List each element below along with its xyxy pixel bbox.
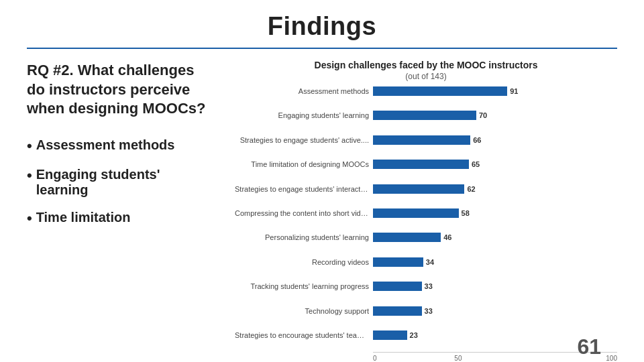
rq-text: RQ #2. What challenges do instructors pe… (27, 61, 215, 119)
bar-fill (373, 208, 459, 218)
bar-row: Personalizing students' learning46 (235, 233, 617, 242)
bar-value: 65 (472, 160, 480, 168)
bar-value: 58 (462, 209, 470, 217)
bar-row: Strategies to engage students' active...… (235, 135, 617, 145)
bullet-item: Time limitation (27, 210, 215, 227)
right-panel: Design challenges faced by the MOOC inst… (235, 58, 617, 362)
bar-track: 33 (373, 306, 617, 316)
bar-label: Personalizing students' learning (235, 233, 369, 241)
chart-subtitle: (out of 143) (235, 72, 617, 81)
x-tick: 0 (373, 355, 454, 362)
bar-label: Engaging students' learning (235, 111, 369, 119)
bar-label: Compressing the content into short video… (235, 209, 369, 217)
bar-fill (373, 86, 507, 96)
content-area: RQ #2. What challenges do instructors pe… (27, 58, 617, 362)
bar-fill (373, 282, 422, 291)
bar-row: Technology support33 (235, 306, 617, 316)
bar-label: Tracking students' learning progress (235, 282, 369, 290)
bar-row: Compressing the content into short video… (235, 208, 617, 218)
bar-track: 58 (373, 208, 617, 218)
bar-fill (373, 233, 441, 242)
bar-fill (373, 257, 423, 267)
bar-value: 34 (426, 258, 434, 266)
bar-label: Technology support (235, 307, 369, 315)
bar-track: 66 (373, 135, 617, 145)
bar-track: 33 (373, 282, 617, 291)
left-panel: RQ #2. What challenges do instructors pe… (27, 58, 215, 362)
bar-track: 91 (373, 86, 617, 96)
bar-label: Strategies to encourage students' team..… (235, 331, 369, 339)
bar-fill (373, 306, 422, 316)
bar-fill (373, 160, 469, 169)
header: Findings (27, 0, 617, 48)
x-tick: 50 (454, 355, 535, 362)
bar-row: Assessment methods91 (235, 86, 617, 96)
bar-row: Engaging students' learning70 (235, 111, 617, 120)
bar-label: Strategies to engage students' interacti… (235, 185, 369, 193)
bar-row: Tracking students' learning progress33 (235, 282, 617, 291)
page-title: Findings (27, 12, 617, 41)
bar-row: Recording videos34 (235, 257, 617, 267)
bullet-list: Assessment methodsEngaging students' lea… (27, 137, 215, 240)
bullet-item: Assessment methods (27, 137, 215, 155)
bar-value: 66 (473, 136, 481, 144)
bar-track: 34 (373, 257, 617, 267)
bar-fill (373, 184, 464, 194)
header-divider (27, 48, 617, 49)
bullet-item: Engaging students' learning (27, 167, 215, 198)
bar-value: 91 (510, 87, 518, 95)
x-tick: 100 (536, 355, 617, 362)
bar-value: 70 (479, 111, 487, 119)
bar-fill (373, 330, 407, 340)
bar-value: 33 (425, 282, 433, 290)
bar-track: 65 (373, 160, 617, 169)
page: Findings RQ #2. What challenges do instr… (0, 0, 644, 362)
bar-label: Assessment methods (235, 87, 369, 95)
bar-row: Time limitation of designing MOOCs65 (235, 160, 617, 169)
bar-value: 23 (410, 331, 418, 339)
bar-value: 33 (425, 307, 433, 315)
bar-fill (373, 111, 476, 120)
bar-track: 62 (373, 184, 617, 194)
bar-value: 62 (467, 185, 475, 193)
bar-label: Time limitation of designing MOOCs (235, 160, 369, 168)
bar-label: Recording videos (235, 258, 369, 266)
bar-fill (373, 135, 470, 145)
chart-title: Design challenges faced by the MOOC inst… (235, 60, 617, 70)
bar-row: Strategies to encourage students' team..… (235, 330, 617, 340)
bar-value: 46 (443, 233, 451, 241)
bar-row: Strategies to engage students' interacti… (235, 184, 617, 194)
bar-label: Strategies to engage students' active...… (235, 136, 369, 144)
bar-track: 70 (373, 111, 617, 120)
bottom-number: 61 (577, 335, 601, 359)
chart-container: Assessment methods91Engaging students' l… (235, 86, 617, 352)
bar-track: 46 (373, 233, 617, 242)
